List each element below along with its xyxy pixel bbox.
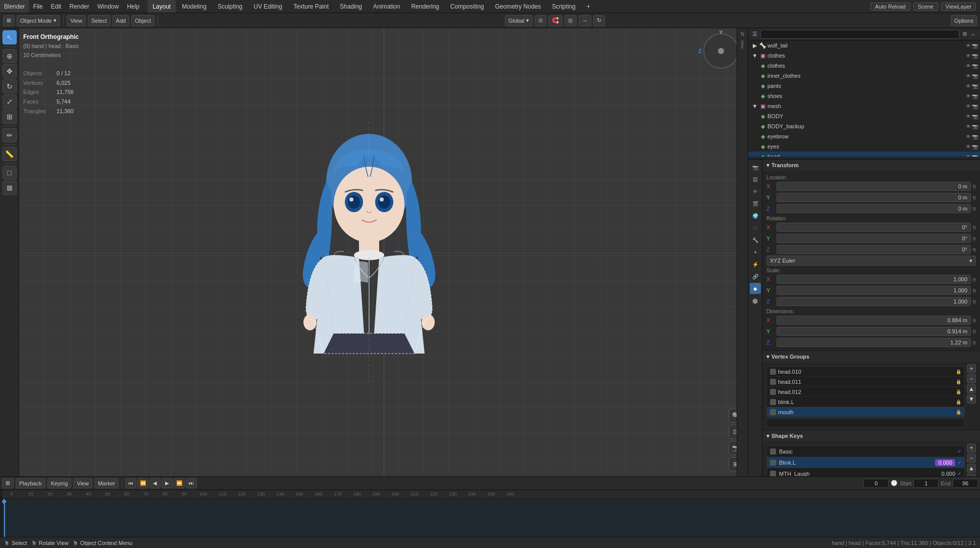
render-icon[interactable]: 📷 xyxy=(972,63,978,69)
timeline-content[interactable] xyxy=(2,499,980,537)
transform-btn-2[interactable]: ↻ xyxy=(593,15,605,26)
outliner-item-pants[interactable]: ◆ pants 👁 📷 xyxy=(748,81,980,91)
sk-add-btn[interactable]: + xyxy=(967,443,976,453)
sk-check-icon[interactable]: ✓ xyxy=(957,471,961,476)
marker-btn[interactable]: Marker xyxy=(94,478,119,488)
scale-y-input[interactable] xyxy=(777,286,971,295)
viewport[interactable]: Front Orthographic (0) hand | head : Bas… xyxy=(19,28,748,476)
menu-blender[interactable]: Blender xyxy=(0,0,29,13)
sk-item-mth-laugh[interactable]: MTH_Laugh 0.000 ✓ xyxy=(767,468,964,476)
view-tl-btn[interactable]: View xyxy=(73,478,92,488)
menu-edit[interactable]: Edit xyxy=(47,0,66,13)
visibility-icon[interactable]: 👁 xyxy=(966,104,971,109)
playback-btn[interactable]: Playback xyxy=(16,478,45,488)
render-icon[interactable]: 📷 xyxy=(972,104,978,109)
outliner-filter-icon[interactable]: ⚙ xyxy=(962,31,967,37)
add-object-btn[interactable]: ⊠ xyxy=(3,181,17,195)
add-cube-btn[interactable]: □ xyxy=(3,166,17,180)
vg-item-mouth[interactable]: mouth 🔒 xyxy=(767,407,964,417)
scale-x-copy[interactable]: ⎘ xyxy=(973,277,976,282)
tab-sculpting[interactable]: Sculpting xyxy=(213,0,247,13)
vg-lock-icon[interactable]: 🔒 xyxy=(956,379,961,384)
tab-modeling[interactable]: Modeling xyxy=(177,0,212,13)
start-frame-input[interactable] xyxy=(913,479,939,488)
cursor-tool-btn[interactable]: ⊕ xyxy=(3,49,17,63)
sk-move-up-btn[interactable]: ▲ xyxy=(967,464,976,473)
dim-y-copy[interactable]: ⎘ xyxy=(973,329,976,334)
outliner-item-head[interactable]: ◆ head 👁 📷 xyxy=(748,152,980,157)
vg-item-blinkl[interactable]: blink.L 🔒 xyxy=(767,397,964,407)
sk-value-blinkl[interactable]: 0.000 xyxy=(935,459,955,466)
outliner-item-eyebrow[interactable]: ◆ eyebrow 👁 📷 xyxy=(748,131,980,141)
outliner-item-wolf-tail[interactable]: ▶ 🦴 wolf_tail 👁 📷 xyxy=(748,40,980,51)
dimension-y-input[interactable] xyxy=(777,327,971,336)
object-menu-btn[interactable]: Object xyxy=(131,15,154,26)
props-render-btn[interactable]: 📷 xyxy=(750,162,761,173)
props-physics-btn[interactable]: ⚡ xyxy=(750,259,761,270)
scale-y-copy[interactable]: ⎘ xyxy=(973,288,976,293)
props-view-btn[interactable]: 👁 xyxy=(750,186,761,197)
render-icon[interactable]: 📷 xyxy=(972,154,978,157)
select-tool-btn[interactable]: ↖ xyxy=(3,30,17,44)
tab-geometry-nodes[interactable]: Geometry Nodes xyxy=(490,0,546,13)
render-icon[interactable]: 📷 xyxy=(972,93,978,99)
visibility-icon[interactable]: 👁 xyxy=(966,83,971,89)
move-tool-btn[interactable]: ✥ xyxy=(3,64,17,78)
dimension-z-input[interactable] xyxy=(777,338,971,347)
keying-btn[interactable]: Keying xyxy=(47,478,72,488)
tab-compositing[interactable]: Compositing xyxy=(445,0,489,13)
editor-type-btn[interactable]: ⊞ xyxy=(3,15,15,26)
transform-space-dropdown[interactable]: Global ▾ xyxy=(505,15,533,26)
viewlayer-selector[interactable]: ViewLayer xyxy=(941,3,976,11)
visibility-icon[interactable]: 👁 xyxy=(966,154,971,157)
render-icon[interactable]: 📷 xyxy=(972,114,978,119)
prev-keyframe-btn[interactable]: ⏪ xyxy=(137,478,148,488)
transform-tool-btn[interactable]: ⊞ xyxy=(3,110,17,124)
scene-selector[interactable]: Scene xyxy=(913,3,938,11)
props-material-btn[interactable]: ⬤ xyxy=(750,295,761,306)
rotation-y-input[interactable] xyxy=(777,234,971,243)
proportional-edit-btn[interactable]: ◎ xyxy=(564,15,577,26)
props-object-btn[interactable]: □ xyxy=(750,222,761,233)
props-constraints-btn[interactable]: 🔗 xyxy=(750,271,761,282)
props-scene-btn[interactable]: 🎬 xyxy=(750,198,761,209)
play-back-btn[interactable]: ◀ xyxy=(149,478,161,488)
menu-window[interactable]: Window xyxy=(93,0,123,13)
rot-y-copy[interactable]: ⎘ xyxy=(973,236,976,241)
visibility-icon[interactable]: 👁 xyxy=(966,93,971,99)
vg-remove-btn[interactable]: − xyxy=(967,374,976,383)
select-menu-btn[interactable]: Select xyxy=(88,15,111,26)
end-frame-input[interactable] xyxy=(953,479,978,488)
vg-item-head012[interactable]: head.012 🔒 xyxy=(767,387,964,397)
visibility-icon[interactable]: 👁 xyxy=(966,63,971,69)
vg-add-btn[interactable]: + xyxy=(967,364,976,373)
visibility-icon[interactable]: 👁 xyxy=(966,114,971,119)
rotation-z-input[interactable] xyxy=(777,245,971,254)
loc-y-copy[interactable]: ⎘ xyxy=(973,195,976,201)
dim-x-copy[interactable]: ⎘ xyxy=(973,318,976,323)
visibility-icon[interactable]: 👁 xyxy=(966,73,971,79)
rotation-mode-dropdown[interactable]: XYZ Euler ▾ xyxy=(766,256,976,266)
scale-x-input[interactable] xyxy=(777,275,971,284)
shape-keys-header[interactable]: Shape Keys xyxy=(762,430,980,441)
tab-animation[interactable]: Animation xyxy=(368,0,405,13)
viewport-gizmo[interactable]: Y X Z xyxy=(703,33,739,69)
measure-tool-btn[interactable]: 📏 xyxy=(3,147,17,161)
loc-x-copy[interactable]: ⎘ xyxy=(973,184,976,189)
vg-lock-icon[interactable]: 🔒 xyxy=(956,400,961,405)
location-z-input[interactable] xyxy=(777,204,971,213)
render-icon[interactable]: 📷 xyxy=(972,144,978,150)
outliner-search-input[interactable] xyxy=(760,30,959,39)
outliner-item-body-backup[interactable]: ◆ BODY_backup 👁 📷 xyxy=(748,121,980,131)
tab-uv-editing[interactable]: UV Editing xyxy=(248,0,287,13)
tab-rendering[interactable]: Rendering xyxy=(406,0,444,13)
outliner-item-body[interactable]: ◆ BODY 👁 📷 xyxy=(748,111,980,121)
vg-item-head011[interactable]: head.011 🔒 xyxy=(767,377,964,387)
pivot-btn[interactable]: ⊙ xyxy=(535,15,546,26)
loc-z-copy[interactable]: ⎘ xyxy=(973,206,976,212)
transform-section-header[interactable]: Transform xyxy=(762,160,980,171)
vg-lock-icon[interactable]: 🔒 xyxy=(956,369,961,374)
sk-check-icon[interactable]: ✓ xyxy=(957,449,961,454)
rot-x-copy[interactable]: ⎘ xyxy=(973,225,976,230)
transform-btn-1[interactable]: ↔ xyxy=(579,15,591,26)
